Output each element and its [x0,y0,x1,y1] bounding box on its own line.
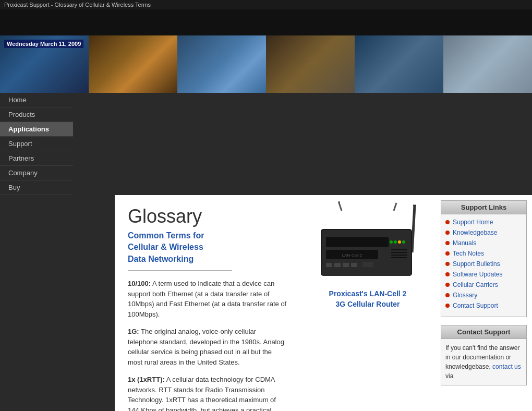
router-image: LAN-Cell 2 [310,200,425,284]
svg-rect-7 [326,237,389,247]
nav-company[interactable]: Company [0,166,73,180]
svg-rect-12 [326,263,332,267]
svg-point-9 [394,240,397,244]
content-wrapper: Glossary Common Terms for Cellular & Wir… [115,195,532,411]
cellular-carriers-link[interactable]: Cellular Carriers [453,281,498,288]
glossary-subtitle: Common Terms for Cellular & Wireless Dat… [128,230,287,265]
right-sidebar: Support Links Support Home Knowledgebase… [436,195,532,411]
support-link-item-4: Support Bulletins [445,260,522,268]
nav-buy[interactable]: Buy [0,180,73,195]
hero-seg-5 [355,35,443,93]
contact-support-box: Contact Support If you can't find the an… [441,325,527,385]
gloss-entry-1g: 1G: The original analog, voice-only cell… [128,327,287,367]
nav-products[interactable]: Products [0,107,73,122]
svg-line-0 [339,203,342,211]
nav-applications[interactable]: Applications [0,122,73,137]
support-link-item-8: Contact Support [445,302,522,309]
contact-support-text: If you can't find the answer in our docu… [441,339,526,385]
glossary-link[interactable]: Glossary [453,292,477,299]
support-link-item-0: Support Home [445,219,522,226]
support-bulletins-link[interactable]: Support Bulletins [453,260,500,268]
svg-rect-13 [334,263,341,267]
bullet-icon-4 [445,262,450,266]
hero-seg-2 [89,35,177,93]
svg-rect-16 [362,262,373,267]
support-link-item-5: Software Updates [445,271,522,278]
left-sidebar [0,195,115,411]
support-links-box: Support Links Support Home Knowledgebase… [441,200,527,317]
main-layout: Glossary Common Terms for Cellular & Wir… [0,195,532,411]
nav-support[interactable]: Support [0,137,73,151]
svg-point-8 [390,240,393,244]
hero-seg-6 [443,35,532,93]
nav-home[interactable]: Home [0,93,73,107]
svg-text:LAN-Cell 2: LAN-Cell 2 [342,253,362,258]
title-bar: Proxicast Support - Glossary of Cellular… [0,0,532,9]
svg-point-1 [338,201,340,203]
support-home-link[interactable]: Support Home [453,219,493,226]
svg-rect-14 [343,263,349,267]
hero-seg-3 [177,35,266,93]
bullet-icon-7 [445,293,450,297]
software-updates-link[interactable]: Software Updates [453,271,502,278]
svg-line-3 [412,206,415,252]
svg-point-11 [402,240,405,244]
top-banner [0,9,532,35]
gloss-entry-10100: 10/100: A term used to indicate that a d… [128,279,287,319]
support-link-item-1: Knowledgebase [445,229,522,236]
contact-support-link[interactable]: Contact Support [453,302,498,309]
main-content: Glossary Common Terms for Cellular & Wir… [115,195,300,411]
manuals-link[interactable]: Manuals [453,239,476,247]
support-link-item-2: Manuals [445,239,522,247]
bullet-icon-3 [445,251,450,256]
svg-rect-15 [351,263,357,267]
divider [128,270,232,271]
tech-notes-link[interactable]: Tech Notes [453,250,484,257]
support-link-item-7: Glossary [445,292,522,299]
support-links-body: Support Home Knowledgebase Manuals Tech … [441,214,526,317]
bullet-icon-8 [445,304,450,308]
contact-support-title: Contact Support [441,325,526,339]
support-link-item-3: Tech Notes [445,250,522,257]
router-image-area: LAN-Cell 2 Proxicast's LAN-Cell 2 3G Cel… [300,195,436,411]
bullet-icon-5 [445,272,450,276]
nav-partners[interactable]: Partners [0,151,73,166]
support-link-item-6: Cellular Carriers [445,281,522,288]
page-title: Proxicast Support - Glossary of Cellular… [4,2,151,8]
navigation: Home Products Applications Support Partn… [0,93,532,195]
glossary-heading: Glossary [128,206,287,227]
knowledgebase-link[interactable]: Knowledgebase [453,229,497,236]
router-caption: Proxicast's LAN-Cell 2 3G Cellular Route… [305,289,430,309]
hero-date: Wednesday March 11, 2009 [4,40,83,48]
support-links-title: Support Links [441,201,526,214]
bullet-icon-0 [445,220,450,224]
gloss-entry-1xrtt: 1x (1xRTT): A cellular data technology f… [128,374,287,411]
svg-line-2 [394,203,396,211]
bullet-icon-6 [445,283,450,287]
bullet-icon-1 [445,231,450,235]
hero-seg-4 [266,35,355,93]
hero-image: Wednesday March 11, 2009 [0,35,532,93]
bullet-icon-2 [445,241,450,245]
svg-point-10 [398,240,401,244]
contact-us-link[interactable]: contact us [492,363,521,370]
